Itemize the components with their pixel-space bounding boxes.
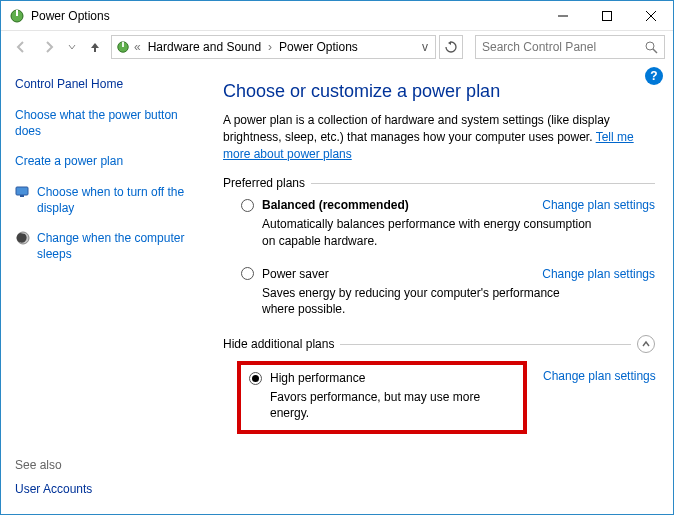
sidebar-link-change-sleep[interactable]: Change when the computer sleeps <box>15 230 203 262</box>
search-input[interactable]: Search Control Panel <box>475 35 665 59</box>
window-title: Power Options <box>31 9 541 23</box>
content: Control Panel Home Choose what the power… <box>1 63 673 514</box>
breadcrumb-prefix: « <box>132 40 143 54</box>
plan-description: Automatically balances performance with … <box>262 216 592 248</box>
change-plan-settings-link[interactable]: Change plan settings <box>542 267 655 281</box>
plan-name[interactable]: High performance <box>270 371 365 385</box>
plan-description: Favors performance, but may use more ene… <box>270 389 515 421</box>
sleep-icon <box>15 230 31 246</box>
svg-rect-8 <box>122 42 124 47</box>
highlight-box: High performance Favors performance, but… <box>237 361 527 433</box>
sidebar-link-create-plan[interactable]: Create a power plan <box>15 153 203 169</box>
titlebar: Power Options <box>1 1 673 31</box>
chevron-up-icon <box>641 339 651 349</box>
power-options-icon <box>116 40 130 54</box>
minimize-button[interactable] <box>541 1 585 31</box>
radio-high-performance[interactable] <box>249 372 262 385</box>
svg-rect-1 <box>16 10 18 16</box>
forward-button[interactable] <box>37 35 61 59</box>
radio-balanced[interactable] <box>241 199 254 212</box>
up-button[interactable] <box>83 35 107 59</box>
nav-row: « Hardware and Sound › Power Options v S… <box>1 31 673 63</box>
svg-rect-12 <box>20 195 24 197</box>
user-accounts-link[interactable]: User Accounts <box>15 482 203 496</box>
close-button[interactable] <box>629 1 673 31</box>
maximize-button[interactable] <box>585 1 629 31</box>
recent-dropdown[interactable] <box>65 35 79 59</box>
back-button[interactable] <box>9 35 33 59</box>
main-panel: ? Choose or customize a power plan A pow… <box>213 63 673 514</box>
change-plan-settings-link[interactable]: Change plan settings <box>543 369 656 383</box>
radio-power-saver[interactable] <box>241 267 254 280</box>
preferred-plans-label: Preferred plans <box>223 176 655 190</box>
search-placeholder: Search Control Panel <box>482 40 645 54</box>
plan-name[interactable]: Power saver <box>262 267 329 281</box>
chevron-right-icon: › <box>266 40 274 54</box>
plan-power-saver: Power saver Saves energy by reducing you… <box>241 267 655 317</box>
svg-point-9 <box>646 42 654 50</box>
hide-additional-plans-label: Hide additional plans <box>223 335 655 353</box>
search-icon <box>645 41 658 54</box>
svg-rect-11 <box>16 187 28 195</box>
sidebar-link-power-button[interactable]: Choose what the power button does <box>15 107 203 139</box>
plan-balanced: Balanced (recommended) Automatically bal… <box>241 198 655 248</box>
breadcrumb-item[interactable]: Hardware and Sound <box>145 40 264 54</box>
page-title: Choose or customize a power plan <box>223 81 655 102</box>
address-bar[interactable]: « Hardware and Sound › Power Options v <box>111 35 436 59</box>
plan-description: Saves energy by reducing your computer's… <box>262 285 592 317</box>
breadcrumb-item[interactable]: Power Options <box>276 40 361 54</box>
plan-high-performance: High performance Favors performance, but… <box>223 361 655 433</box>
refresh-button[interactable] <box>439 35 463 59</box>
svg-line-10 <box>653 49 657 53</box>
display-off-icon <box>15 184 31 200</box>
help-button[interactable]: ? <box>645 67 663 85</box>
control-panel-home-link[interactable]: Control Panel Home <box>15 77 203 91</box>
page-description: A power plan is a collection of hardware… <box>223 112 655 162</box>
sidebar: Control Panel Home Choose what the power… <box>1 63 213 514</box>
sidebar-link-turn-off-display[interactable]: Choose when to turn off the display <box>15 184 203 216</box>
collapse-button[interactable] <box>637 335 655 353</box>
power-options-icon <box>9 8 25 24</box>
plan-name[interactable]: Balanced (recommended) <box>262 198 409 212</box>
change-plan-settings-link[interactable]: Change plan settings <box>542 198 655 212</box>
address-dropdown-icon[interactable]: v <box>419 40 431 54</box>
see-also-label: See also <box>15 458 203 472</box>
svg-rect-3 <box>603 11 612 20</box>
